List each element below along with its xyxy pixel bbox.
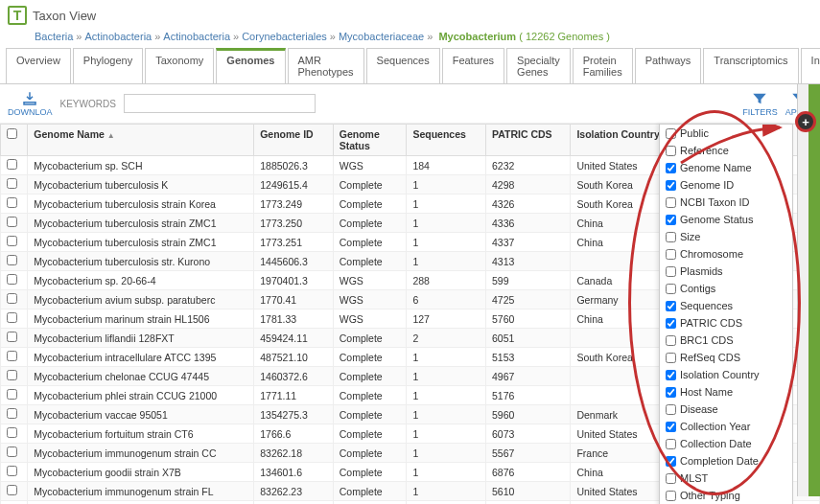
- row-checkbox[interactable]: [7, 312, 17, 323]
- column-option[interactable]: NCBI Taxon ID: [660, 194, 792, 211]
- tab-overview[interactable]: Overview: [6, 48, 71, 83]
- row-checkbox[interactable]: [7, 293, 17, 304]
- column-checkbox[interactable]: [666, 353, 676, 363]
- tab-features[interactable]: Features: [442, 48, 504, 83]
- breadcrumb-link[interactable]: Mycobacteriaceae: [339, 31, 424, 42]
- tab-sequences[interactable]: Sequences: [366, 48, 440, 83]
- tab-genomes[interactable]: Genomes: [216, 48, 285, 83]
- column-option[interactable]: Genome Name: [660, 159, 792, 176]
- column-option[interactable]: Isolation Country: [660, 366, 792, 383]
- column-option[interactable]: Reference: [660, 142, 792, 159]
- tab-phylogeny[interactable]: Phylogeny: [73, 48, 143, 83]
- column-checkbox[interactable]: [666, 232, 676, 242]
- column-option[interactable]: Disease: [660, 401, 792, 418]
- column-header[interactable]: Isolation Country: [571, 125, 672, 156]
- tab-protein-families[interactable]: Protein Families: [573, 48, 633, 83]
- column-checkbox[interactable]: [666, 215, 676, 225]
- column-checkbox[interactable]: [666, 422, 676, 432]
- keywords-input[interactable]: [124, 94, 316, 113]
- breadcrumb-link[interactable]: Bacteria: [35, 31, 73, 42]
- row-checkbox[interactable]: [7, 178, 17, 189]
- column-option[interactable]: Public: [660, 125, 792, 142]
- column-option[interactable]: RefSeq CDS: [660, 349, 792, 366]
- row-checkbox[interactable]: [7, 370, 17, 380]
- column-checkbox[interactable]: [666, 473, 676, 484]
- table-cell: 459424.11: [254, 329, 334, 348]
- tab-pathways[interactable]: Pathways: [635, 48, 702, 83]
- download-button[interactable]: DOWNLOA: [8, 90, 53, 117]
- row-checkbox[interactable]: [7, 427, 17, 438]
- column-checkbox[interactable]: [666, 284, 676, 294]
- column-checkbox[interactable]: [666, 456, 676, 467]
- column-checkbox[interactable]: [666, 266, 676, 277]
- table-cell: 127: [407, 309, 486, 329]
- column-option[interactable]: Plasmids: [660, 263, 792, 280]
- row-checkbox[interactable]: [7, 255, 17, 265]
- column-option[interactable]: PATRIC CDS: [660, 314, 792, 332]
- column-checkbox[interactable]: [666, 404, 676, 415]
- column-option[interactable]: Genome Status: [660, 211, 792, 228]
- column-checkbox[interactable]: [666, 387, 676, 398]
- table-cell: Mycobacterium goodii strain X7B: [28, 463, 254, 482]
- column-header[interactable]: PATRIC CDS: [485, 125, 570, 156]
- row-checkbox[interactable]: [7, 447, 17, 457]
- row-checkbox[interactable]: [7, 274, 17, 285]
- column-option[interactable]: Collection Date: [660, 435, 792, 452]
- column-option[interactable]: BRC1 CDS: [660, 332, 792, 349]
- tab-specialty-genes[interactable]: Specialty Genes: [506, 48, 571, 83]
- breadcrumb-link[interactable]: Actinobacteria: [84, 31, 152, 42]
- column-option[interactable]: MLST: [660, 470, 792, 487]
- filters-button[interactable]: FILTERS: [742, 90, 777, 117]
- column-option[interactable]: Collection Year: [660, 418, 792, 435]
- table-cell: 83262.18: [254, 444, 334, 463]
- column-option[interactable]: Size: [660, 228, 792, 245]
- column-option[interactable]: Genome ID: [660, 176, 792, 194]
- tab-interac[interactable]: Interac: [801, 48, 820, 83]
- tab-taxonomy[interactable]: Taxonomy: [145, 48, 214, 83]
- column-header[interactable]: Sequences: [407, 125, 486, 156]
- column-header[interactable]: Genome Name ▲: [28, 125, 254, 156]
- column-option[interactable]: Chromosome: [660, 245, 792, 263]
- column-header[interactable]: Genome ID: [254, 125, 334, 156]
- column-checkbox[interactable]: [666, 180, 676, 191]
- table-cell: 1: [407, 444, 486, 463]
- row-checkbox[interactable]: [7, 332, 17, 342]
- row-checkbox[interactable]: [7, 236, 17, 246]
- tab-amr-phenotypes[interactable]: AMR Phenotypes: [288, 48, 364, 83]
- select-all-checkbox[interactable]: [7, 128, 17, 139]
- column-checkbox[interactable]: [666, 197, 676, 208]
- column-option[interactable]: Other Typing: [660, 487, 792, 504]
- column-option[interactable]: Completion Date: [660, 452, 792, 470]
- row-checkbox[interactable]: [7, 217, 17, 227]
- scrollbar[interactable]: [797, 84, 808, 496]
- column-header[interactable]: Genome Status: [333, 125, 407, 156]
- column-checkbox[interactable]: [666, 249, 676, 260]
- column-checkbox[interactable]: [666, 370, 676, 380]
- right-sidebar[interactable]: [808, 84, 820, 496]
- breadcrumb-link[interactable]: Corynebacteriales: [242, 31, 327, 42]
- column-checkbox[interactable]: [666, 491, 676, 501]
- row-checkbox[interactable]: [7, 197, 17, 208]
- column-option[interactable]: Contigs: [660, 280, 792, 297]
- row-checkbox[interactable]: [7, 351, 17, 361]
- column-checkbox[interactable]: [666, 163, 676, 173]
- column-checkbox[interactable]: [666, 301, 676, 311]
- column-checkbox[interactable]: [666, 439, 676, 449]
- row-checkbox[interactable]: [7, 485, 17, 495]
- table-cell: 1: [407, 424, 486, 444]
- column-checkbox[interactable]: [666, 128, 676, 139]
- tab-transcriptomics[interactable]: Transcriptomics: [703, 48, 798, 83]
- logo-icon: T: [8, 6, 27, 25]
- breadcrumb-current[interactable]: Mycobacterium: [438, 31, 516, 42]
- column-checkbox[interactable]: [666, 318, 676, 329]
- add-column-button[interactable]: +: [798, 114, 813, 129]
- column-checkbox[interactable]: [666, 335, 676, 346]
- breadcrumb-link[interactable]: Actinobacteria: [163, 31, 230, 42]
- column-checkbox[interactable]: [666, 146, 676, 156]
- column-option[interactable]: Host Name: [660, 383, 792, 401]
- row-checkbox[interactable]: [7, 466, 17, 476]
- row-checkbox[interactable]: [7, 389, 17, 400]
- column-option[interactable]: Sequences: [660, 297, 792, 314]
- row-checkbox[interactable]: [7, 408, 17, 419]
- row-checkbox[interactable]: [7, 159, 17, 170]
